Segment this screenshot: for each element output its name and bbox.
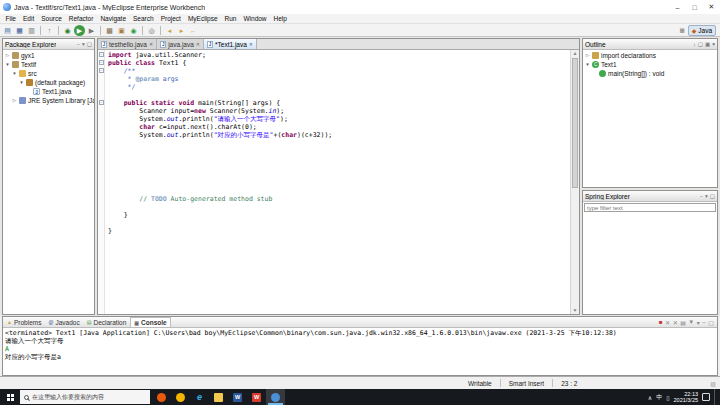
menu-item-window[interactable]: Window (240, 15, 270, 22)
scrollbar-thumb[interactable] (572, 58, 578, 188)
show-desktop-button[interactable] (714, 389, 717, 405)
new-java-project-icon[interactable]: ▩ (104, 25, 115, 36)
expander-icon[interactable]: ▷ (5, 51, 10, 60)
expander-icon[interactable]: ▷ (585, 51, 590, 60)
menu-item-search[interactable]: Search (130, 15, 158, 22)
tree-item-default-package[interactable]: ▼(default package) (3, 78, 94, 87)
notification-center-icon[interactable] (702, 393, 710, 401)
tree-item-src[interactable]: ▼src (3, 69, 94, 78)
menu-item-file[interactable]: File (2, 15, 19, 22)
last-edit-location-icon[interactable]: ← (188, 25, 199, 36)
menu-item-myeclipse[interactable]: MyEclipse (184, 15, 221, 22)
run-icon[interactable]: ▶ (74, 25, 85, 36)
scroll-lock-icon[interactable]: ▼ (688, 319, 694, 325)
expander-icon[interactable]: ▷ (12, 96, 17, 105)
menu-item-project[interactable]: Project (157, 15, 184, 22)
fold-toggle-icon[interactable]: − (99, 52, 104, 57)
start-button[interactable] (0, 389, 20, 405)
new-wizard-icon[interactable]: ▤ (2, 25, 13, 36)
tree-item-text1-java[interactable]: JText1.java (3, 87, 94, 96)
print-icon[interactable]: ▥ (26, 25, 37, 36)
minimize-panel-icon[interactable]: ▢ (87, 41, 92, 47)
new-package-icon[interactable]: ▣ (116, 25, 127, 36)
external-tools-icon[interactable]: ▶ (86, 25, 97, 36)
console-tab-declaration[interactable]: ▤Declaration (84, 317, 130, 327)
outline-item[interactable]: main(String[]) : void (583, 69, 717, 78)
menu-item-navigate[interactable]: Navigate (97, 15, 130, 22)
console-output[interactable]: <terminated> Text1 [Java Application] C:… (3, 328, 717, 375)
spring-filter-input[interactable]: type filter text (584, 203, 716, 212)
expander-icon[interactable]: ▼ (12, 69, 17, 78)
media-player-icon[interactable] (171, 389, 190, 405)
editor-scrollbar[interactable]: ▲ ▼ (570, 50, 579, 314)
ime-indicator[interactable]: 中 (656, 393, 662, 402)
editor-tab[interactable]: Jjava.java✕ (157, 39, 204, 49)
close-tab-icon[interactable]: ✕ (149, 41, 153, 47)
minimize-panel-icon[interactable]: ▢ (710, 193, 715, 199)
menu-item-edit[interactable]: Edit (19, 15, 37, 22)
expander-icon[interactable]: ▼ (585, 60, 590, 69)
myeclipse-taskbar-icon[interactable] (266, 389, 285, 405)
new-class-icon[interactable]: ◉ (128, 25, 139, 36)
minimize-panel-icon[interactable]: − (702, 319, 706, 325)
java-perspective-button[interactable]: ◆ Java (688, 25, 716, 36)
forward-icon[interactable]: ▸ (176, 25, 187, 36)
console-tab-javadoc[interactable]: @Javadoc (45, 317, 82, 327)
editor-tab[interactable]: J*Text1.java✕ (204, 39, 257, 49)
sort-icon[interactable]: ↓ (693, 41, 696, 47)
package-explorer-header[interactable]: Package Explorer −▾▢ (3, 39, 94, 50)
outline-item[interactable]: ▼CText1 (583, 60, 717, 69)
view-menu-icon[interactable]: ▾ (712, 41, 715, 47)
debug-icon[interactable]: ◉ (62, 25, 73, 36)
close-tab-icon[interactable]: ✕ (249, 41, 253, 47)
minimize-button[interactable]: – (669, 0, 686, 14)
taskbar-clock[interactable]: 22:13 2021/3/25 (674, 391, 698, 404)
pin-console-icon[interactable]: ▾ (697, 319, 700, 326)
outline-header[interactable]: Outline ↓▢▣▾ (583, 39, 717, 50)
save-icon[interactable]: ▦ (14, 25, 25, 36)
expander-icon[interactable]: ▼ (5, 60, 10, 69)
fold-toggle-icon[interactable]: − (99, 100, 104, 105)
outline-item[interactable]: ▷import declarations (583, 51, 717, 60)
tray-expand-icon[interactable]: ∧ (648, 394, 652, 401)
collapse-all-icon[interactable]: − (77, 41, 80, 47)
menu-item-help[interactable]: Help (270, 15, 290, 22)
open-perspective-icon[interactable]: ▦ (679, 27, 684, 33)
tree-item-jre-library[interactable]: ▷JRE System Library [JavaS... (3, 96, 94, 105)
taskbar-search[interactable]: 在这里输入你要搜索的内容 (20, 390, 150, 404)
maximize-button[interactable]: □ (686, 0, 703, 14)
expander-icon[interactable]: ▼ (19, 78, 24, 87)
back-icon[interactable]: ◂ (164, 25, 175, 36)
tree-item-gyx1[interactable]: ▷gyx1 (3, 51, 94, 60)
titlebar[interactable]: Java - Textlf/src/Text1.java - MyEclipse… (0, 0, 720, 14)
file-explorer-icon[interactable] (209, 389, 228, 405)
battery-icon[interactable]: ▯ (666, 394, 669, 401)
scroll-down-icon[interactable]: ▼ (573, 307, 578, 314)
menu-item-source[interactable]: Source (38, 15, 66, 22)
tree-item-textlf[interactable]: ▼Textlf (3, 60, 94, 69)
menu-item-run[interactable]: Run (221, 15, 240, 22)
firefox-icon[interactable] (152, 389, 171, 405)
view-menu-icon[interactable]: ▾ (705, 193, 708, 199)
ie-icon[interactable]: e (190, 389, 209, 405)
clear-console-icon[interactable]: ▤ (680, 319, 686, 326)
word-icon[interactable]: W (228, 389, 247, 405)
editor-tab[interactable]: Jtesthello.java✕ (98, 39, 157, 49)
close-tab-icon[interactable]: ✕ (196, 41, 200, 47)
close-button[interactable]: ✕ (703, 0, 720, 14)
hide-fields-icon[interactable]: ▢ (698, 41, 703, 47)
remove-launch-icon[interactable]: ✕ (665, 319, 670, 326)
fold-toggle-icon[interactable]: − (99, 68, 104, 73)
hide-static-icon[interactable]: ▣ (705, 41, 710, 47)
code-editor[interactable]: import java.util.Scanner;public class Te… (105, 50, 570, 314)
wps-icon[interactable]: W (247, 389, 266, 405)
fold-toggle-icon[interactable]: − (99, 60, 104, 65)
console-tab-problems[interactable]: ▲Problems (4, 317, 44, 327)
spring-explorer-header[interactable]: Spring Explorer −▾▢ (583, 191, 717, 202)
search-icon[interactable]: ◎ (146, 25, 157, 36)
scroll-up-icon[interactable]: ▲ (573, 50, 578, 57)
remove-all-launches-icon[interactable]: ✕ (673, 319, 678, 326)
console-tab-console[interactable]: ▣Console (130, 317, 170, 327)
maximize-panel-icon[interactable]: ▢ (708, 319, 714, 326)
deploy-icon[interactable]: ↑ (44, 25, 55, 36)
